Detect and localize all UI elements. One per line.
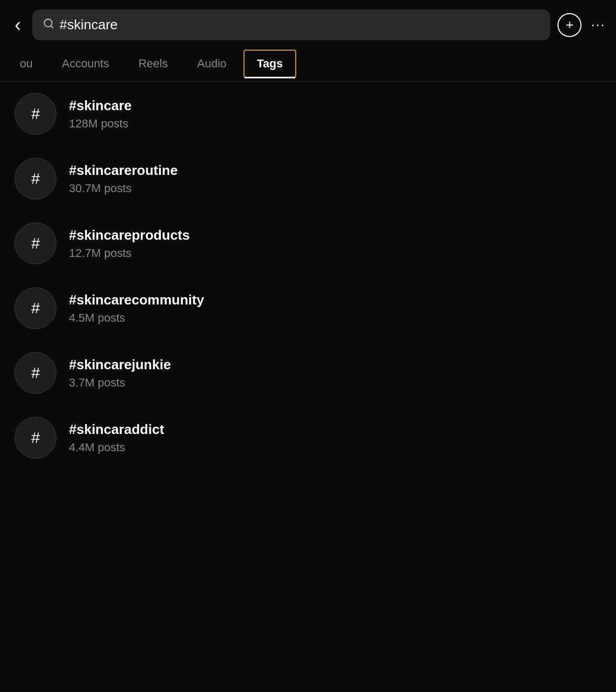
tag-icon: # <box>15 222 56 264</box>
list-item[interactable]: # #skincarejunkie 3.7M posts <box>0 341 616 405</box>
tag-icon: # <box>15 352 56 394</box>
tag-info: #skincareroutine 30.7M posts <box>69 162 178 195</box>
tag-list: # #skincare 128M posts # #skincareroutin… <box>0 81 616 470</box>
tag-info: #skincarejunkie 3.7M posts <box>69 357 171 390</box>
search-bar[interactable] <box>32 9 550 40</box>
list-item[interactable]: # #skincareroutine 30.7M posts <box>0 146 616 211</box>
more-button[interactable]: ··· <box>591 17 606 33</box>
search-icon <box>43 18 54 32</box>
tag-info: #skincaraddict 4.4M posts <box>69 421 164 454</box>
tag-icon: # <box>15 287 56 329</box>
list-item[interactable]: # #skincarecommunity 4.5M posts <box>0 276 616 341</box>
tabs-bar: ou Accounts Reels Audio Tags <box>0 46 616 81</box>
header: ‹ + ··· <box>0 0 616 46</box>
list-item[interactable]: # #skincaraddict 4.4M posts <box>0 405 616 470</box>
tab-audio[interactable]: Audio <box>182 49 241 79</box>
search-input[interactable] <box>60 17 540 33</box>
tag-info: #skincarecommunity 4.5M posts <box>69 292 204 325</box>
tab-reels[interactable]: Reels <box>124 49 182 79</box>
tag-icon: # <box>15 417 56 459</box>
tag-icon: # <box>15 93 56 135</box>
tag-icon: # <box>15 158 56 200</box>
tab-accounts[interactable]: Accounts <box>47 49 124 79</box>
tab-for-you[interactable]: ou <box>5 49 47 79</box>
header-actions: + ··· <box>557 13 606 37</box>
tab-tags[interactable]: Tags <box>243 50 297 78</box>
add-button[interactable]: + <box>557 13 582 37</box>
list-item[interactable]: # #skincareproducts 12.7M posts <box>0 211 616 276</box>
svg-line-1 <box>51 26 53 28</box>
tag-info: #skincare 128M posts <box>69 98 132 131</box>
list-item[interactable]: # #skincare 128M posts <box>0 81 616 146</box>
tag-info: #skincareproducts 12.7M posts <box>69 227 190 260</box>
back-button[interactable]: ‹ <box>10 14 25 37</box>
